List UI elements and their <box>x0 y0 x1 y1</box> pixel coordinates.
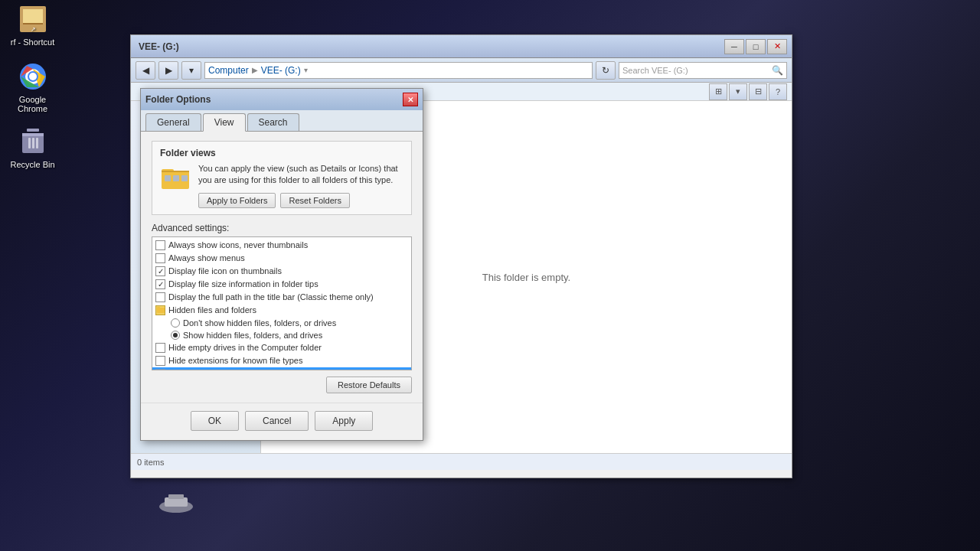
cb-always-icons[interactable] <box>155 240 165 250</box>
recycle-bin-icon <box>18 126 48 157</box>
dialog-content: Folder views Yo <box>141 132 423 403</box>
usb-icon <box>157 491 195 514</box>
svg-rect-18 <box>173 175 179 181</box>
label-hide-empty-drives: Hide empty drives in the Computer folder <box>168 343 322 352</box>
restore-defaults-button[interactable]: Restore Defaults <box>326 377 412 393</box>
list-item-hide-extensions[interactable]: Hide extensions for known file types <box>152 354 411 367</box>
label-dont-show-hidden: Don't show hidden files, folders, or dri… <box>183 318 336 328</box>
forward-button[interactable]: ▶ <box>158 61 178 80</box>
label-display-file-icon: Display file icon on thumbnails <box>168 266 282 276</box>
refresh-button[interactable]: ↻ <box>596 61 616 80</box>
svg-rect-1 <box>23 9 43 23</box>
view-icons-area: ⊞ ▾ ⊟ ? <box>709 83 787 100</box>
list-item-always-icons[interactable]: Always show icons, never thumbnails <box>152 239 411 252</box>
svg-rect-17 <box>165 175 171 181</box>
list-item-hidden-files-folder: Hidden files and folders <box>152 304 411 317</box>
label-display-file-size: Display file size information in folder … <box>168 279 318 289</box>
recycle-bin-label: Recycle Bin <box>4 160 61 169</box>
folder-options-dialog: Folder Options ✕ General View Search Fol… <box>140 88 423 441</box>
dialog-close-button[interactable]: ✕ <box>403 93 418 106</box>
maximize-button[interactable]: □ <box>746 39 766 54</box>
desktop-icon-shortcut[interactable]: ↗ rf - Shortcut <box>4 4 61 47</box>
folder-group-icon <box>155 305 165 315</box>
shortcut-icon: ↗ <box>18 4 48 34</box>
status-text: 0 items <box>137 458 164 467</box>
cb-display-file-icon[interactable] <box>155 266 165 276</box>
reset-folders-button[interactable]: Reset Folders <box>280 193 349 208</box>
address-computer[interactable]: Computer <box>208 65 249 76</box>
apply-to-folders-button[interactable]: Apply to Folders <box>198 193 276 208</box>
explorer-titlebar: VEE- (G:) ─ □ ✕ <box>131 35 792 58</box>
dropdown-button[interactable]: ▾ <box>181 61 201 80</box>
label-hide-protected: Hide protected operating system files (R… <box>168 369 372 370</box>
dialog-tabs: General View Search <box>141 110 423 132</box>
cancel-button[interactable]: Cancel <box>245 411 309 431</box>
svg-rect-11 <box>28 138 31 148</box>
label-always-menus: Always show menus <box>168 253 245 262</box>
cb-hide-extensions[interactable] <box>155 356 165 366</box>
list-item-display-file-icon[interactable]: Display file icon on thumbnails <box>152 265 411 278</box>
restore-defaults-area: Restore Defaults <box>152 377 412 393</box>
list-item-always-menus[interactable]: Always show menus <box>152 252 411 265</box>
list-item-hide-empty-drives[interactable]: Hide empty drives in the Computer folder <box>152 341 411 354</box>
desktop-icon-chrome[interactable]: Google Chrome <box>4 61 61 113</box>
list-item-hide-protected[interactable]: Hide protected operating system files (R… <box>152 367 411 370</box>
dialog-footer: OK Cancel Apply <box>141 403 423 440</box>
label-hide-extensions: Hide extensions for known file types <box>168 356 302 365</box>
view-help-btn[interactable]: ? <box>769 83 787 100</box>
svg-rect-16 <box>162 171 189 172</box>
svg-rect-24 <box>168 494 184 499</box>
tab-general[interactable]: General <box>145 113 201 131</box>
folder-icon <box>161 165 190 192</box>
address-dropdown[interactable]: ▾ <box>304 66 308 74</box>
explorer-close-button[interactable]: ✕ <box>767 39 787 54</box>
chrome-label: Google Chrome <box>4 95 61 113</box>
ok-button[interactable]: OK <box>191 411 239 431</box>
address-drive[interactable]: VEE- (G:) <box>261 65 301 76</box>
svg-text:↗: ↗ <box>30 26 35 33</box>
tab-view[interactable]: View <box>203 113 246 132</box>
list-item-show-hidden[interactable]: Show hidden files, folders, and drives <box>152 329 411 341</box>
svg-rect-10 <box>27 129 39 132</box>
folder-small-icon <box>157 306 165 314</box>
chrome-icon <box>18 61 48 92</box>
search-icon[interactable]: 🔍 <box>772 65 783 76</box>
view-icon-btn2[interactable]: ▾ <box>729 83 747 100</box>
advanced-settings-label: Advanced settings: <box>152 223 412 233</box>
shortcut-label: rf - Shortcut <box>4 37 61 47</box>
settings-listbox[interactable]: Always show icons, never thumbnails Alwa… <box>152 236 412 370</box>
minimize-button[interactable]: ─ <box>724 39 744 54</box>
desktop: ↗ rf - Shortcut Google Chrome <box>0 0 980 551</box>
radio-show-hidden[interactable] <box>171 331 180 340</box>
back-button[interactable]: ◀ <box>136 61 155 80</box>
apply-button[interactable]: Apply <box>315 411 373 431</box>
address-bar[interactable]: Computer ▶ VEE- (G:) ▾ <box>204 62 593 79</box>
cb-hide-protected[interactable] <box>155 369 165 370</box>
list-item-dont-show-hidden[interactable]: Don't show hidden files, folders, or dri… <box>152 317 411 329</box>
explorer-toolbar: ◀ ▶ ▾ Computer ▶ VEE- (G:) ▾ ↻ Search VE… <box>131 58 792 83</box>
list-item-display-file-size[interactable]: Display file size information in folder … <box>152 278 411 291</box>
cb-hide-empty-drives[interactable] <box>155 343 165 353</box>
view-panel-btn[interactable]: ⊟ <box>749 83 767 100</box>
radio-dont-show-hidden[interactable] <box>171 318 180 328</box>
label-hidden-files-folder: Hidden files and folders <box>168 305 256 315</box>
cb-display-file-size[interactable] <box>155 279 165 289</box>
usb-icon-area <box>157 491 195 517</box>
desktop-icon-recycle[interactable]: Recycle Bin <box>4 126 61 169</box>
folder-views-title: Folder views <box>160 148 403 158</box>
list-item-display-full-path[interactable]: Display the full path in the title bar (… <box>152 291 411 304</box>
label-display-full-path: Display the full path in the title bar (… <box>168 292 374 302</box>
view-icon-btn1[interactable]: ⊞ <box>709 83 727 100</box>
folder-icon-area <box>160 163 191 194</box>
explorer-title: VEE- (G:) <box>136 41 179 52</box>
svg-point-7 <box>29 73 37 80</box>
search-bar[interactable]: Search VEE- (G:) 🔍 <box>619 62 787 79</box>
folder-buttons: Apply to Folders Reset Folders <box>198 193 403 208</box>
dialog-title: Folder Options <box>145 94 211 105</box>
cb-always-menus[interactable] <box>155 253 165 263</box>
explorer-statusbar: 0 items <box>131 453 792 470</box>
settings-list-inner: Always show icons, never thumbnails Alwa… <box>152 237 411 370</box>
cb-display-full-path[interactable] <box>155 292 165 302</box>
tab-search[interactable]: Search <box>247 113 299 131</box>
svg-rect-13 <box>36 138 38 148</box>
